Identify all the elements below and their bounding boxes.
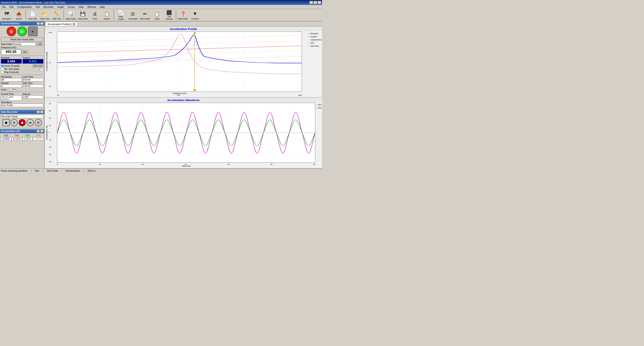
copy-label: Copy (154, 18, 160, 20)
recorder-record-btn[interactable]: ⏺ (18, 119, 26, 126)
menu-configuration[interactable]: Configuration (16, 5, 33, 9)
info-btn[interactable]: Info (36, 43, 44, 46)
right-panel: Acceleration Profile(1) ✕ Acceleration P… (45, 22, 322, 169)
edit-test-icon: ✏️ (53, 10, 60, 18)
open-data-btn[interactable]: 📊 Open Data (65, 10, 76, 21)
menu-file[interactable]: File (0, 5, 7, 9)
save-data-btn[interactable]: 💾 Save Data (77, 10, 88, 21)
menu-cursor[interactable]: Cursor (66, 5, 76, 9)
accel-panel-btns: _ ✕ (37, 130, 44, 133)
navigator-btn[interactable]: 🗺 Navigator (1, 10, 12, 21)
edit-test-btn[interactable]: ✏️ Edit Test (51, 10, 62, 21)
separator (1, 56, 44, 56)
recorder-pause-btn[interactable]: ⏸ (10, 119, 18, 126)
level-time-label: Level Time (22, 76, 44, 78)
legend-wf-ch1: Ch1 (318, 104, 322, 106)
menu-test[interactable]: Test (34, 5, 41, 9)
print-icon: 🖨 (91, 10, 98, 18)
context-label: Context (192, 18, 199, 20)
recorder-close-btn[interactable]: ✕ (40, 111, 44, 113)
tile-vertical-btn[interactable]: ⬛ Tile Vertical (163, 10, 175, 21)
graph2-inner[interactable] (57, 103, 315, 163)
minimize-btn[interactable]: − (310, 1, 313, 4)
copy-btn[interactable]: 📋 Copy (151, 10, 163, 21)
report-btn[interactable]: 📋 Report (101, 10, 113, 21)
sweeps-block: Sweeps 2 (1, 82, 22, 88)
inputs-btn[interactable]: 📥 Inputs (13, 10, 24, 21)
panel-close-btn[interactable]: ✕ (40, 22, 44, 25)
graph1-inner[interactable] (57, 32, 302, 92)
print-btn[interactable]: 🖨 Print (89, 10, 100, 21)
ch3-value: 2.3678 (22, 137, 33, 141)
separator2 (1, 75, 44, 75)
menu-graph[interactable]: Graph (56, 5, 66, 9)
graph1-x-label: Frequency (Hz) (57, 92, 302, 95)
menu-recorder[interactable]: Recorder (42, 5, 55, 9)
new-graph-btn[interactable]: 📈 New Graph (115, 10, 126, 21)
accel-radio[interactable] (1, 65, 4, 67)
recorder-minimize-btn[interactable]: _ (37, 111, 40, 113)
copy-icon: 📋 (154, 10, 160, 18)
separator3 (1, 92, 44, 92)
ch4-value: 1.8275 (33, 137, 44, 141)
accel-minimize-btn[interactable]: _ (37, 130, 40, 133)
accel-radio-row: Accel. (G peak) Ch2-Ch1 (1, 65, 44, 67)
sweeps-value: 2 (1, 84, 22, 88)
title-bar: VibrationVIEW - Demonstration Mode - Liv… (0, 0, 322, 5)
legend-control-prev: Control Prev (310, 39, 322, 41)
control-buttons-header: Control Buttons _ ✕ (0, 22, 44, 26)
ch2-value: 38.5824 (12, 137, 22, 141)
level-row: Level 1) 100% (1, 88, 44, 91)
reset-sine-btn[interactable]: Reset Sine Graph Data (1, 37, 44, 42)
play-btn[interactable]: ▶ (17, 27, 27, 36)
panel-separator2 (0, 128, 44, 128)
status-sep3 (62, 169, 62, 173)
maximize-btn[interactable]: □ (314, 1, 317, 4)
graph1-y-axis-container: Acceleration (G peak) (45, 31, 48, 92)
vel-radio[interactable] (1, 68, 4, 71)
set-btn[interactable]: Set (22, 50, 28, 54)
level-time-value: 0:04:44 (22, 78, 44, 82)
menu-edit[interactable]: Edit (8, 5, 15, 9)
menu-view[interactable]: View (77, 5, 85, 9)
recorder-stop-btn[interactable]: ⏹ (2, 119, 10, 126)
disp-radio[interactable] (1, 71, 4, 74)
data-recorder-title: Data Recorder (1, 111, 18, 113)
stop-btn[interactable]: ✋ (6, 27, 16, 36)
status-sep2 (43, 169, 43, 173)
tab-close-btn[interactable]: ✕ (73, 23, 75, 26)
recorder-buttons: ⏹ ⏸ ⏺ ⏮ ⚙ (1, 119, 44, 126)
accel-content: Ch1 Ch2 Ch3 Ch4 8.6909 38.5824 2.3678 1.… (0, 133, 44, 141)
separator-1 (26, 10, 26, 20)
menu-help[interactable]: Help (98, 5, 106, 9)
graph2-y-ticks: 40 30 20 10 0 -10 -20 -30 -40 (49, 103, 56, 163)
recorder-settings-btn[interactable]: ⚙ (35, 119, 42, 126)
new-graph-icon: 📈 (117, 10, 124, 15)
edit-test-label: Edit Test (53, 18, 61, 20)
ch2ch1-value: -54.7° (36, 68, 44, 71)
menu-window[interactable]: Window (86, 5, 98, 9)
stop-code-label: Stop Code (1, 43, 12, 46)
new-test-btn[interactable]: 📄 New Test (27, 10, 38, 21)
autoscale-btn[interactable]: ⚖ Autoscale (127, 10, 139, 21)
edit-graph-btn[interactable]: ✏ Edit Graph (139, 10, 151, 21)
ramp-btn[interactable]: ▲ (28, 27, 38, 36)
graph1-svg (57, 32, 302, 92)
context-btn[interactable]: ▼ Context (189, 10, 201, 21)
help-index-btn[interactable]: ❓ Help Index (177, 10, 189, 21)
remaining-block: Remaining 98 (1, 76, 22, 82)
current-time-label: Current Time (1, 93, 22, 95)
recorder-status: Recorder Ready (1, 115, 44, 118)
open-test-btn[interactable]: 📂 Open Test (39, 10, 50, 21)
accel-close-btn[interactable]: ✕ (40, 130, 44, 133)
panel-minimize-btn[interactable]: _ (37, 22, 40, 25)
test-name-label: Test Name (1, 101, 44, 104)
graph2-legend: — Ch1 — Ch2 (315, 103, 322, 109)
volts-pk-value: 0.087 (22, 95, 44, 99)
recorder-rewind-btn[interactable]: ⏮ (26, 119, 34, 126)
accel-header: Acceleration (G) _ ✕ (0, 129, 44, 133)
tab-acceleration-profile[interactable]: Acceleration Profile(1) ✕ (46, 22, 77, 26)
autoscale-icon: ⚖ (129, 10, 136, 18)
stop-code-value: Running (12, 43, 36, 46)
close-btn[interactable]: ✕ (318, 1, 321, 4)
